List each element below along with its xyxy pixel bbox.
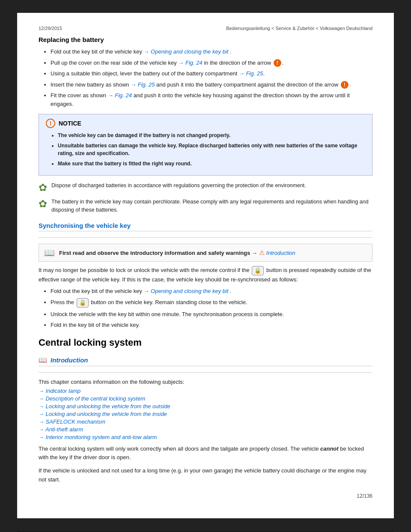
list-item: Unsuitable batteries can damage the vehi…: [58, 142, 365, 157]
list-item: Fold out the key bit of the vehicle key …: [51, 48, 372, 56]
intro-link[interactable]: Introduction: [266, 250, 295, 256]
list-item: The vehicle key can be damaged if the ba…: [58, 132, 365, 139]
first-read-box: 📖 First read and observe the introductor…: [39, 244, 372, 262]
page-content: 12/29/2015 Bedienungsanleitung < Service…: [17, 13, 394, 518]
bullet-suffix: .: [263, 70, 265, 77]
first-read-text: First read and observe the introductory …: [59, 249, 295, 257]
list-item: Insert the new battery as shown → Fig. 2…: [51, 81, 372, 89]
replacing-battery-list: Fold out the key bit of the vehicle key …: [51, 48, 372, 108]
bullet-prefix: Insert the new battery as shown: [51, 81, 131, 88]
introduction-section-heading: 📖 Introduction: [39, 356, 372, 366]
bullet-suffix: .: [349, 81, 351, 88]
toc-link-5[interactable]: → SAFELOCK mechanism: [39, 418, 372, 425]
info-badge-1: !: [274, 59, 281, 67]
intro-divider: [39, 372, 372, 373]
intro-book-icon: 📖: [39, 356, 47, 364]
list-item: Unlock the vehicle with the key bit with…: [51, 310, 372, 319]
introduction-link[interactable]: Introduction: [51, 356, 88, 364]
bullet-prefix: Unlock the vehicle with the key bit with…: [51, 311, 284, 317]
lock-button-icon-2: 🔒: [77, 298, 89, 308]
notice-box: ! NOTICE The vehicle key can be damaged …: [39, 114, 372, 176]
bullet-mid: and push it into the battery compartment…: [156, 81, 340, 88]
body1-cannot: cannot: [320, 445, 339, 452]
sync-section-heading: Synchronising the vehicle key: [39, 222, 372, 231]
bullet-prefix: Fold out the key bit of the vehicle key: [51, 288, 144, 294]
toc-link-3[interactable]: → Locking and unlocking the vehicle from…: [39, 403, 372, 409]
body1-prefix: The central locking system will only wor…: [39, 445, 319, 452]
sync-body1-prefix: It may no longer be possible to lock or …: [39, 267, 250, 273]
fig25-link-2[interactable]: → Fig. 25: [131, 81, 155, 88]
bullet-prefix: Pull up the cover on the rear side of th…: [51, 60, 178, 66]
toc-link-2[interactable]: → Description of the central locking sys…: [39, 395, 372, 402]
header-bar: 12/29/2015 Bedienungsanleitung < Service…: [39, 26, 372, 31]
list-item: Fold in the key bit of the vehicle key.: [51, 321, 372, 329]
sync-body1: It may no longer be possible to lock or …: [39, 266, 372, 284]
sync-divider: [39, 237, 372, 238]
notice-icon: !: [46, 119, 55, 128]
header-date: 12/29/2015: [39, 26, 62, 31]
first-read-strong: First read and observe the introductory …: [59, 250, 257, 256]
bullet-prefix: Fold out the key bit of the vehicle key: [51, 48, 144, 55]
list-item: Fit the cover as shown → Fig. 24 and pus…: [51, 91, 372, 108]
toc-link-4[interactable]: → Locking and unlocking the vehicle from…: [39, 411, 372, 417]
central-locking-body1: The central locking system will only wor…: [39, 445, 372, 463]
bullet-suffix: .: [282, 60, 284, 66]
list-item: Make sure that the battery is fitted the…: [58, 160, 365, 167]
lock-button-icon: 🔒: [252, 266, 264, 275]
info-badge-2: !: [341, 81, 348, 89]
toc-link-7[interactable]: → Interior monitoring system and anti-to…: [39, 434, 372, 440]
eco-text-2: The battery in the vehicle key may conta…: [51, 198, 372, 214]
notice-title: NOTICE: [59, 120, 81, 127]
toc-label: This chapter contains information on the…: [39, 379, 372, 385]
list-item: Fold out the key bit of the vehicle key …: [51, 287, 372, 296]
central-locking-body2: If the vehicle is unlocked and not used …: [39, 466, 372, 484]
fig25-link-1[interactable]: → Fig. 25: [239, 70, 263, 77]
page-number: 12/136: [39, 493, 372, 499]
bullet-mid: in the direction of the arrow: [204, 60, 272, 66]
notice-header: ! NOTICE: [46, 119, 365, 128]
opening-closing-link[interactable]: → Opening and closing the key bit .: [144, 48, 232, 55]
list-item: Using a suitable thin object, lever the …: [51, 69, 372, 78]
toc-link-1[interactable]: → Indicator lamp: [39, 388, 372, 394]
header-breadcrumb: Bedienungsanleitung < Service & Zubehör …: [226, 26, 372, 31]
book-icon: 📖: [44, 248, 55, 258]
eco-row-2: ✿ The battery in the vehicle key may con…: [39, 198, 372, 214]
bullet-mid: button on the vehicle key. Remain standi…: [91, 299, 247, 305]
fig24-link-1[interactable]: → Fig. 24: [178, 60, 202, 66]
eco-icon-2: ✿: [39, 198, 47, 210]
toc-link-6[interactable]: → Anti-theft alarm: [39, 426, 372, 433]
bullet-prefix: Using a suitable thin object, lever the …: [51, 70, 239, 77]
replacing-battery-title: Replacing the battery: [39, 36, 372, 43]
sync-opening-closing-link[interactable]: → Opening and closing the key bit .: [144, 288, 232, 294]
central-locking-main-title: Central locking system: [39, 337, 372, 348]
fig24-link-2[interactable]: → Fig. 24: [108, 92, 132, 99]
warning-icon: ⚠: [259, 249, 266, 256]
list-item: Pull up the cover on the rear side of th…: [51, 59, 372, 67]
eco-row-1: ✿ Dispose of discharged batteries in acc…: [39, 182, 372, 194]
sync-section-title: Synchronising the vehicle key: [39, 222, 131, 229]
bullet-prefix: Fold in the key bit of the vehicle key.: [51, 322, 140, 328]
bullet-prefix: Press the: [51, 299, 76, 305]
toc-links: → Indicator lamp → Description of the ce…: [39, 388, 372, 440]
notice-list: The vehicle key can be damaged if the ba…: [58, 132, 365, 167]
sync-bullet-list: Fold out the key bit of the vehicle key …: [51, 287, 372, 329]
eco-text-1: Dispose of discharged batteries in accor…: [51, 182, 306, 190]
bullet-prefix: Fit the cover as shown: [51, 92, 108, 99]
eco-icon-1: ✿: [39, 182, 47, 194]
list-item: Press the 🔒 button on the vehicle key. R…: [51, 298, 372, 308]
